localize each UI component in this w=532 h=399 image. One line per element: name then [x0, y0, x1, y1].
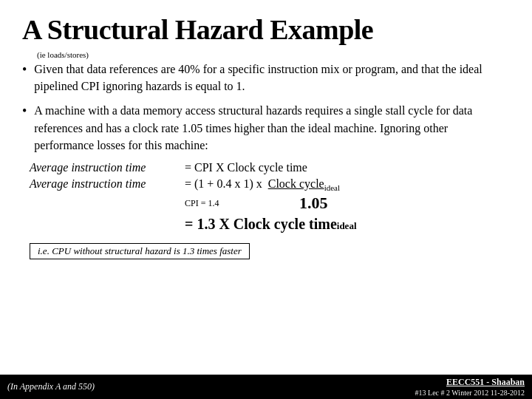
bullet-text-1: Given that data references are 40% for a… [34, 61, 510, 95]
slide: A Structural Hazard Example (ie loads/st… [0, 0, 532, 399]
eq2-denom: 1.05 [299, 194, 328, 213]
footer-right-label: EECC551 - Shaaban [446, 377, 525, 388]
bullet-item-2: • A machine with a data memory access st… [22, 102, 510, 154]
bullet-section-2: • A machine with a data memory access st… [22, 102, 510, 154]
bullet-text-2: A machine with a data memory access stru… [34, 102, 510, 154]
box-note: i.e. CPU without structural hazard is 1.… [30, 239, 510, 259]
equation-row-2: Average instruction time = (1 + 0.4 x 1)… [30, 177, 510, 192]
slide-title: A Structural Hazard Example [22, 13, 510, 46]
bullet-dot-2: • [22, 103, 27, 119]
footer-info: #13 Lec # 2 Winter 2012 11-28-2012 [415, 389, 525, 397]
eq2-content-left: = (1 + 0.4 x 1) x Clock cycleideal [185, 177, 340, 192]
bullet-section-1: (ie loads/stores) • Given that data refe… [22, 50, 510, 95]
footer-right-block: EECC551 - Shaaban #13 Lec # 2 Winter 201… [415, 377, 525, 397]
cpi-note: CPI = 1.4 [185, 198, 299, 209]
equations-section: Average instruction time = CPI X Clock c… [30, 161, 510, 259]
equation-row-3: = 1.3 X Clock cycle time ideal [185, 216, 510, 233]
equation-row-1: Average instruction time = CPI X Clock c… [30, 161, 510, 174]
cpi-fraction-row: CPI = 1.4 1.05 [185, 194, 510, 213]
subtitle-note: (ie loads/stores) [37, 50, 510, 59]
eq2-label: Average instruction time [30, 177, 185, 191]
eq2-clock-label: Clock cycleideal [268, 177, 340, 190]
eq1-label: Average instruction time [30, 161, 185, 174]
eq1-content: = CPI X Clock cycle time [185, 161, 307, 174]
eq3-content: = 1.3 X Clock cycle time [185, 216, 337, 233]
footer-left: (In Appendix A and 550) [7, 381, 95, 392]
footer-bar: (In Appendix A and 550) EECC551 - Shaaba… [0, 375, 532, 399]
bullet-item-1: • Given that data references are 40% for… [22, 61, 510, 95]
eq3-sub: ideal [337, 220, 357, 232]
bullet-dot-1: • [22, 62, 27, 78]
